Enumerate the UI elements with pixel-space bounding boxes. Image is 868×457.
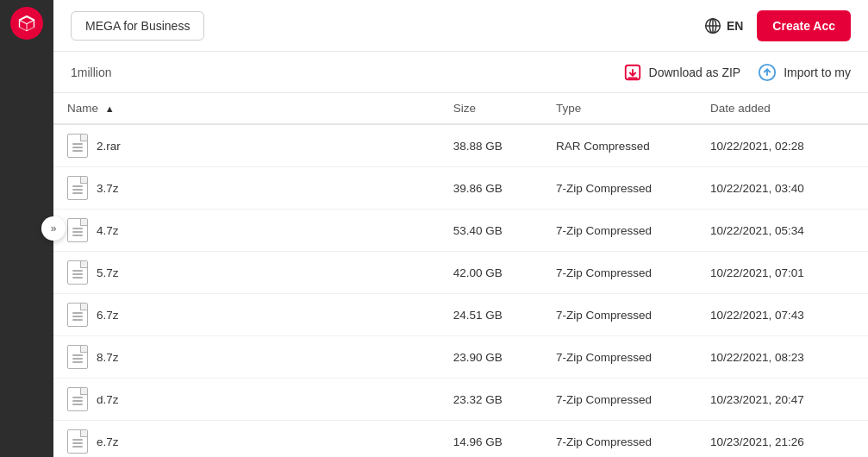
file-name: 8.7z: [97, 351, 119, 364]
file-name: e.7z: [97, 435, 119, 448]
file-date-cell: 10/23/2021, 21:26: [696, 421, 868, 458]
lang-code: EN: [727, 19, 743, 33]
sidebar: »: [0, 0, 53, 457]
file-name-cell: d.7z: [53, 379, 440, 421]
file-icon: [67, 260, 88, 285]
file-icon: [67, 176, 88, 200]
globe-icon: [704, 17, 721, 34]
file-size-cell: 14.96 GB: [440, 421, 542, 458]
file-table-area: Name ▲ Size Type Date added: [53, 93, 868, 457]
file-icon: [67, 429, 88, 454]
file-name-cell: 4.7z: [53, 210, 440, 252]
col-header-name[interactable]: Name ▲: [53, 93, 440, 124]
file-type-cell: 7-Zip Compressed: [542, 252, 696, 294]
download-zip-icon: [623, 63, 642, 82]
file-table-body: 2.rar 38.88 GB RAR Compressed 10/22/2021…: [53, 124, 868, 457]
file-icon: [67, 387, 88, 411]
language-selector[interactable]: EN: [704, 17, 743, 34]
file-type-cell: 7-Zip Compressed: [542, 379, 696, 421]
import-label: Import to my: [784, 66, 851, 79]
create-account-button[interactable]: Create Acc: [757, 10, 851, 41]
mega-logo-icon: [17, 14, 36, 33]
file-type-cell: RAR Compressed: [542, 124, 696, 167]
sort-icon: ▲: [105, 103, 115, 114]
file-type-cell: 7-Zip Compressed: [542, 294, 696, 336]
table-header-row: Name ▲ Size Type Date added: [53, 93, 868, 124]
file-type-cell: 7-Zip Compressed: [542, 167, 696, 210]
file-name: 5.7z: [97, 266, 119, 279]
file-date-cell: 10/22/2021, 02:28: [696, 124, 868, 167]
file-icon: [67, 303, 88, 327]
file-date-cell: 10/22/2021, 08:23: [696, 336, 868, 379]
file-size-cell: 38.88 GB: [440, 124, 542, 167]
file-name: d.7z: [97, 393, 119, 406]
file-size-cell: 23.90 GB: [440, 336, 542, 379]
sub-header: 1million Download as ZIP Import to my: [53, 52, 868, 93]
file-date-cell: 10/22/2021, 05:34: [696, 210, 868, 252]
table-row: 3.7z 39.86 GB 7-Zip Compressed 10/22/202…: [53, 167, 868, 210]
file-icon: [67, 345, 88, 369]
file-date-cell: 10/22/2021, 07:43: [696, 294, 868, 336]
sidebar-expand-button[interactable]: »: [41, 216, 66, 241]
file-name-cell: e.7z: [53, 421, 440, 458]
download-zip-label: Download as ZIP: [649, 66, 741, 79]
file-date-cell: 10/22/2021, 03:40: [696, 167, 868, 210]
table-row: 4.7z 53.40 GB 7-Zip Compressed 10/22/202…: [53, 210, 868, 252]
col-header-type[interactable]: Type: [542, 93, 696, 124]
table-row: d.7z 23.32 GB 7-Zip Compressed 10/23/202…: [53, 379, 868, 421]
table-row: e.7z 14.96 GB 7-Zip Compressed 10/23/202…: [53, 421, 868, 458]
file-name: 3.7z: [97, 182, 119, 195]
file-date-cell: 10/22/2021, 07:01: [696, 252, 868, 294]
import-button[interactable]: Import to my: [758, 63, 851, 82]
file-type-cell: 7-Zip Compressed: [542, 421, 696, 458]
file-size-cell: 39.86 GB: [440, 167, 542, 210]
file-name: 6.7z: [97, 309, 119, 322]
main-content: MEGA for Business EN Create Acc 1million…: [53, 0, 868, 457]
file-icon: [67, 134, 88, 158]
file-size-cell: 53.40 GB: [440, 210, 542, 252]
file-date-cell: 10/23/2021, 20:47: [696, 379, 868, 421]
table-row: 8.7z 23.90 GB 7-Zip Compressed 10/22/202…: [53, 336, 868, 379]
col-header-date[interactable]: Date added: [696, 93, 868, 124]
table-row: 2.rar 38.88 GB RAR Compressed 10/22/2021…: [53, 124, 868, 167]
folder-name: 1million: [71, 66, 111, 79]
expand-icon: »: [51, 222, 57, 235]
table-row: 6.7z 24.51 GB 7-Zip Compressed 10/22/202…: [53, 294, 868, 336]
file-type-cell: 7-Zip Compressed: [542, 210, 696, 252]
file-size-cell: 24.51 GB: [440, 294, 542, 336]
file-size-cell: 42.00 GB: [440, 252, 542, 294]
file-name-cell: 3.7z: [53, 167, 440, 210]
download-zip-button[interactable]: Download as ZIP: [623, 63, 741, 82]
file-name: 2.rar: [97, 140, 121, 153]
brand-button[interactable]: MEGA for Business: [71, 11, 204, 41]
import-icon: [758, 63, 777, 82]
file-icon: [67, 218, 88, 242]
file-name-cell: 5.7z: [53, 252, 440, 294]
top-header: MEGA for Business EN Create Acc: [53, 0, 868, 52]
table-row: 5.7z 42.00 GB 7-Zip Compressed 10/22/202…: [53, 252, 868, 294]
file-size-cell: 23.32 GB: [440, 379, 542, 421]
col-header-size[interactable]: Size: [440, 93, 542, 124]
file-type-cell: 7-Zip Compressed: [542, 336, 696, 379]
file-name-cell: 6.7z: [53, 294, 440, 336]
file-table: Name ▲ Size Type Date added: [53, 93, 868, 457]
mega-logo[interactable]: [10, 7, 43, 40]
file-name-cell: 2.rar: [53, 124, 440, 167]
file-name-cell: 8.7z: [53, 336, 440, 379]
file-name: 4.7z: [97, 224, 119, 237]
